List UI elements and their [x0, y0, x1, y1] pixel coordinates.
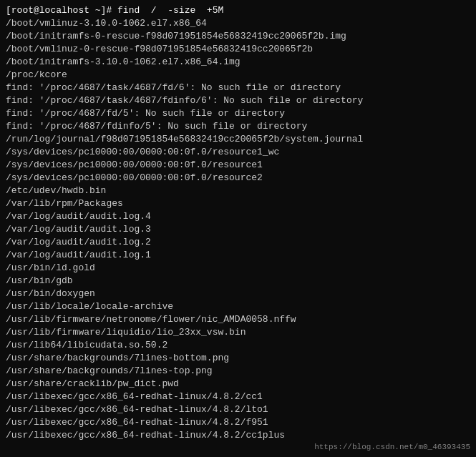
watermark: https://blog.csdn.net/m0_46393435 [314, 443, 470, 451]
output-line-27: /usr/share/backgrounds/7lines-top.png [6, 365, 470, 378]
output-line-1: /boot/initramfs-0-rescue-f98d071951854e5… [6, 30, 470, 43]
output-line-17: /var/log/audit/audit.log.2 [6, 236, 470, 249]
output-line-29: /usr/libexec/gcc/x86_64-redhat-linux/4.8… [6, 390, 470, 403]
output-line-3: /boot/initramfs-3.10.0-1062.el7.x86_64.i… [6, 56, 470, 69]
output-line-13: /etc/udev/hwdb.bin [6, 185, 470, 197]
output-line-14: /var/lib/rpm/Packages [6, 197, 470, 210]
output-lines: /boot/vmlinuz-3.10.0-1062.el7.x86_64/boo… [6, 17, 470, 442]
output-line-0: /boot/vmlinuz-3.10.0-1062.el7.x86_64 [6, 17, 470, 30]
output-line-12: /sys/devices/pci0000:00/0000:00:0f.0/res… [6, 172, 470, 185]
output-line-21: /usr/bin/doxygen [6, 288, 470, 300]
output-line-30: /usr/libexec/gcc/x86_64-redhat-linux/4.8… [6, 403, 470, 416]
output-line-25: /usr/lib64/libicudata.so.50.2 [6, 339, 470, 352]
output-line-22: /usr/lib/locale/locale-archive [6, 300, 470, 313]
output-line-16: /var/log/audit/audit.log.3 [6, 223, 470, 236]
output-line-24: /usr/lib/firmware/liquidio/lio_23xx_vsw.… [6, 326, 470, 339]
output-line-8: find: '/proc/4687/fdinfo/5': No such fil… [6, 120, 470, 133]
output-line-31: /usr/libexec/gcc/x86_64-redhat-linux/4.8… [6, 416, 470, 429]
output-line-7: find: '/proc/4687/fd/5': No such file or… [6, 107, 470, 120]
output-line-6: find: '/proc/4687/task/4687/fdinfo/6': N… [6, 94, 470, 107]
output-line-26: /usr/share/backgrounds/7lines-bottom.png [6, 352, 470, 365]
output-line-4: /proc/kcore [6, 69, 470, 82]
terminal: [root@localhost ~]# find / -size +5M /bo… [0, 0, 476, 457]
output-line-20: /usr/bin/gdb [6, 275, 470, 288]
output-line-28: /usr/share/cracklib/pw_dict.pwd [6, 378, 470, 390]
output-line-10: /sys/devices/pci0000:00/0000:00:0f.0/res… [6, 146, 470, 159]
output-line-9: /run/log/journal/f98d071951854e56832419c… [6, 133, 470, 146]
output-line-15: /var/log/audit/audit.log.4 [6, 210, 470, 223]
output-line-32: /usr/libexec/gcc/x86_64-redhat-linux/4.8… [6, 429, 470, 442]
command-line: [root@localhost ~]# find / -size +5M [6, 4, 470, 17]
output-line-2: /boot/vmlinuz-0-rescue-f98d071951854e568… [6, 43, 470, 56]
output-line-5: find: '/proc/4687/task/4687/fd/6': No su… [6, 82, 470, 94]
output-line-23: /usr/lib/firmware/netronome/flower/nic_A… [6, 313, 470, 326]
output-line-18: /var/log/audit/audit.log.1 [6, 249, 470, 262]
output-line-11: /sys/devices/pci0000:00/0000:00:0f.0/res… [6, 159, 470, 172]
output-line-19: /usr/bin/ld.gold [6, 262, 470, 275]
